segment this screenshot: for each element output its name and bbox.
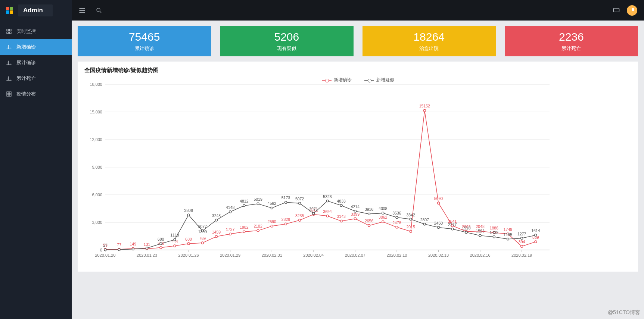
svg-text:3,000: 3,000	[92, 220, 102, 225]
sidebar-item-1[interactable]: 新增确诊	[0, 39, 72, 55]
sidebar-item-label: 累计确诊	[16, 59, 36, 66]
svg-text:3806: 3806	[184, 208, 193, 213]
svg-text:0: 0	[100, 248, 102, 252]
line-chart: 03,0006,0009,00012,00015,00018,0002020.0…	[83, 75, 557, 261]
bar-chart-icon	[6, 44, 12, 50]
svg-text:3342: 3342	[406, 213, 415, 217]
svg-text:1749: 1749	[504, 227, 513, 232]
svg-point-114	[187, 214, 190, 216]
sidebar-item-label: 新增确诊	[16, 44, 36, 50]
menu-toggle-icon[interactable]	[78, 7, 86, 14]
svg-text:15,000: 15,000	[90, 110, 102, 114]
svg-text:3062: 3062	[379, 215, 388, 219]
svg-text:2020.02.10: 2020.02.10	[386, 253, 407, 257]
logo-icon	[6, 7, 13, 14]
svg-point-118	[243, 204, 245, 207]
svg-point-128	[382, 212, 384, 214]
svg-point-74	[521, 245, 523, 247]
chart-title: 全国疫情新增确诊/疑似趋势图	[84, 67, 633, 74]
svg-point-131	[423, 223, 426, 225]
svg-text:2020.02.07: 2020.02.07	[345, 253, 365, 257]
svg-text:2478: 2478	[392, 221, 401, 225]
svg-text:3536: 3536	[392, 211, 401, 215]
svg-point-134	[465, 231, 467, 234]
bar-chart-icon	[6, 75, 12, 81]
svg-text:5090: 5090	[434, 196, 443, 201]
legend-item[interactable]: 新增确诊	[322, 77, 352, 83]
svg-rect-2	[7, 32, 9, 34]
svg-text:3248: 3248	[212, 213, 221, 218]
svg-text:4148: 4148	[226, 205, 235, 210]
sidebar-item-4[interactable]: 疫情分布	[0, 86, 72, 102]
svg-text:394: 394	[519, 240, 525, 244]
svg-point-58	[299, 219, 301, 221]
sidebar-item-2[interactable]: 累计确诊	[0, 55, 72, 71]
messages-icon[interactable]	[613, 7, 620, 14]
logo-bar: Admin	[0, 0, 72, 21]
svg-point-50	[187, 243, 190, 245]
svg-text:2102: 2102	[253, 224, 262, 228]
stat-value: 75465	[129, 31, 160, 43]
svg-text:2020.01.23: 2020.01.23	[137, 253, 157, 257]
svg-point-68	[438, 202, 440, 204]
svg-point-51	[201, 242, 203, 244]
sidebar: Admin 实时监控新增确诊累计确诊累计死亡疫情分布	[0, 0, 72, 319]
legend-item[interactable]: 新增疑似	[364, 77, 394, 83]
svg-point-130	[410, 218, 412, 221]
svg-point-60	[326, 215, 329, 217]
stat-value: 18264	[413, 31, 444, 43]
svg-text:2807: 2807	[420, 218, 429, 222]
svg-text:5019: 5019	[253, 197, 262, 201]
svg-text:1918: 1918	[462, 226, 471, 230]
sidebar-item-3[interactable]: 累计死亡	[0, 71, 72, 86]
svg-point-127	[368, 213, 370, 215]
stat-label: 累计确诊	[135, 45, 154, 52]
svg-text:1432: 1432	[490, 230, 499, 235]
svg-point-65	[396, 226, 398, 228]
svg-text:2656: 2656	[365, 219, 374, 223]
svg-point-139	[535, 234, 537, 236]
monitor-icon	[6, 28, 12, 34]
svg-text:3694: 3694	[323, 209, 332, 214]
svg-point-63	[368, 224, 370, 226]
svg-point-108	[104, 248, 106, 251]
svg-text:2020.01.20: 2020.01.20	[95, 253, 115, 257]
svg-text:769: 769	[199, 236, 206, 241]
svg-text:2020.02.04: 2020.02.04	[303, 253, 324, 257]
search-icon[interactable]	[96, 7, 102, 14]
svg-text:4562: 4562	[268, 201, 277, 206]
svg-point-111	[146, 247, 148, 249]
svg-point-124	[326, 200, 329, 202]
svg-text:5328: 5328	[323, 194, 332, 199]
svg-text:1737: 1737	[226, 227, 235, 232]
svg-point-136	[493, 236, 495, 238]
svg-point-110	[132, 248, 134, 250]
avatar[interactable]	[627, 5, 637, 16]
svg-point-52	[215, 235, 218, 238]
svg-point-132	[438, 226, 440, 229]
svg-point-121	[284, 201, 287, 203]
svg-text:4812: 4812	[240, 199, 249, 203]
stat-card-2: 18264治愈出院	[363, 26, 496, 56]
svg-text:6,000: 6,000	[92, 193, 102, 197]
chart-panel: 全国疫情新增确诊/疑似趋势图 新增确诊新增疑似 03,0006,0009,000…	[78, 62, 638, 272]
svg-text:15152: 15152	[419, 104, 430, 108]
svg-text:2020.02.13: 2020.02.13	[428, 253, 449, 257]
svg-text:2590: 2590	[268, 219, 277, 224]
svg-point-57	[284, 223, 287, 225]
svg-text:131: 131	[144, 242, 150, 247]
sidebar-item-0[interactable]: 实时监控	[0, 24, 72, 39]
svg-text:1309: 1309	[198, 229, 207, 234]
svg-text:680: 680	[158, 237, 164, 241]
svg-text:2020.02.01: 2020.02.01	[262, 253, 282, 257]
stat-card-3: 2236累计死亡	[505, 26, 638, 56]
legend-marker-icon	[364, 78, 374, 82]
svg-text:3971: 3971	[309, 207, 318, 211]
svg-point-66	[410, 230, 412, 232]
svg-text:688: 688	[185, 237, 192, 241]
stat-label: 现有疑似	[277, 45, 296, 52]
legend-label: 新增疑似	[376, 77, 394, 83]
brand-title: Admin	[18, 4, 53, 16]
svg-text:1563: 1563	[476, 229, 485, 233]
content: 75465累计确诊5206现有疑似18264治愈出院2236累计死亡 全国疫情新…	[72, 21, 644, 319]
